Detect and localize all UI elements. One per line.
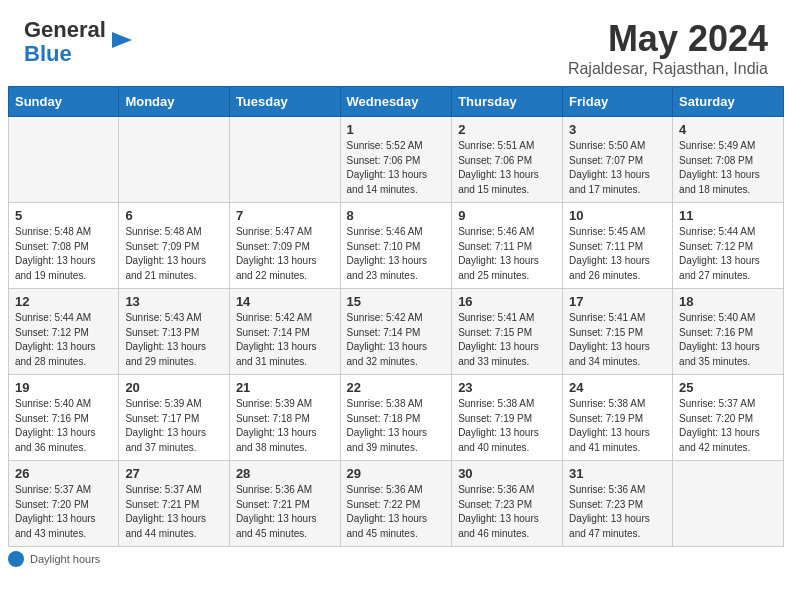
day-info: Sunrise: 5:41 AM Sunset: 7:15 PM Dayligh… [458, 311, 556, 369]
day-info: Sunrise: 5:41 AM Sunset: 7:15 PM Dayligh… [569, 311, 666, 369]
calendar-cell: 23Sunrise: 5:38 AM Sunset: 7:19 PM Dayli… [452, 375, 563, 461]
calendar-cell: 26Sunrise: 5:37 AM Sunset: 7:20 PM Dayli… [9, 461, 119, 547]
day-number: 1 [347, 122, 446, 137]
day-info: Sunrise: 5:52 AM Sunset: 7:06 PM Dayligh… [347, 139, 446, 197]
month-year-title: May 2024 [568, 18, 768, 60]
title-block: May 2024 Rajaldesar, Rajasthan, India [568, 18, 768, 78]
day-info: Sunrise: 5:40 AM Sunset: 7:16 PM Dayligh… [15, 397, 112, 455]
calendar-cell: 27Sunrise: 5:37 AM Sunset: 7:21 PM Dayli… [119, 461, 230, 547]
calendar-cell: 11Sunrise: 5:44 AM Sunset: 7:12 PM Dayli… [673, 203, 784, 289]
calendar-table: SundayMondayTuesdayWednesdayThursdayFrid… [8, 86, 784, 547]
calendar-cell: 8Sunrise: 5:46 AM Sunset: 7:10 PM Daylig… [340, 203, 452, 289]
day-number: 23 [458, 380, 556, 395]
day-info: Sunrise: 5:44 AM Sunset: 7:12 PM Dayligh… [15, 311, 112, 369]
day-info: Sunrise: 5:44 AM Sunset: 7:12 PM Dayligh… [679, 225, 777, 283]
day-info: Sunrise: 5:38 AM Sunset: 7:18 PM Dayligh… [347, 397, 446, 455]
daylight-label: Daylight hours [30, 553, 100, 565]
day-info: Sunrise: 5:43 AM Sunset: 7:13 PM Dayligh… [125, 311, 223, 369]
calendar-cell: 2Sunrise: 5:51 AM Sunset: 7:06 PM Daylig… [452, 117, 563, 203]
day-number: 31 [569, 466, 666, 481]
day-number: 21 [236, 380, 334, 395]
calendar-cell: 20Sunrise: 5:39 AM Sunset: 7:17 PM Dayli… [119, 375, 230, 461]
day-number: 24 [569, 380, 666, 395]
day-info: Sunrise: 5:45 AM Sunset: 7:11 PM Dayligh… [569, 225, 666, 283]
day-info: Sunrise: 5:42 AM Sunset: 7:14 PM Dayligh… [236, 311, 334, 369]
calendar-cell [229, 117, 340, 203]
calendar-cell: 30Sunrise: 5:36 AM Sunset: 7:23 PM Dayli… [452, 461, 563, 547]
day-info: Sunrise: 5:47 AM Sunset: 7:09 PM Dayligh… [236, 225, 334, 283]
col-header-thursday: Thursday [452, 87, 563, 117]
logo: General Blue [24, 18, 136, 66]
col-header-monday: Monday [119, 87, 230, 117]
calendar-cell [9, 117, 119, 203]
calendar-cell: 10Sunrise: 5:45 AM Sunset: 7:11 PM Dayli… [563, 203, 673, 289]
logo-arrow-icon [108, 26, 136, 54]
daylight-icon [8, 551, 24, 567]
calendar-cell [673, 461, 784, 547]
day-number: 4 [679, 122, 777, 137]
day-number: 28 [236, 466, 334, 481]
day-info: Sunrise: 5:42 AM Sunset: 7:14 PM Dayligh… [347, 311, 446, 369]
day-number: 6 [125, 208, 223, 223]
location-subtitle: Rajaldesar, Rajasthan, India [568, 60, 768, 78]
calendar-cell: 17Sunrise: 5:41 AM Sunset: 7:15 PM Dayli… [563, 289, 673, 375]
calendar-cell: 15Sunrise: 5:42 AM Sunset: 7:14 PM Dayli… [340, 289, 452, 375]
day-info: Sunrise: 5:48 AM Sunset: 7:09 PM Dayligh… [125, 225, 223, 283]
day-info: Sunrise: 5:48 AM Sunset: 7:08 PM Dayligh… [15, 225, 112, 283]
col-header-wednesday: Wednesday [340, 87, 452, 117]
day-info: Sunrise: 5:49 AM Sunset: 7:08 PM Dayligh… [679, 139, 777, 197]
day-number: 22 [347, 380, 446, 395]
day-number: 27 [125, 466, 223, 481]
day-number: 20 [125, 380, 223, 395]
day-number: 3 [569, 122, 666, 137]
col-header-sunday: Sunday [9, 87, 119, 117]
day-info: Sunrise: 5:46 AM Sunset: 7:10 PM Dayligh… [347, 225, 446, 283]
day-number: 17 [569, 294, 666, 309]
calendar-cell [119, 117, 230, 203]
calendar-cell: 22Sunrise: 5:38 AM Sunset: 7:18 PM Dayli… [340, 375, 452, 461]
day-number: 7 [236, 208, 334, 223]
day-number: 5 [15, 208, 112, 223]
calendar-cell: 18Sunrise: 5:40 AM Sunset: 7:16 PM Dayli… [673, 289, 784, 375]
svg-marker-0 [112, 32, 132, 48]
calendar-cell: 1Sunrise: 5:52 AM Sunset: 7:06 PM Daylig… [340, 117, 452, 203]
day-number: 8 [347, 208, 446, 223]
calendar-cell: 24Sunrise: 5:38 AM Sunset: 7:19 PM Dayli… [563, 375, 673, 461]
day-info: Sunrise: 5:39 AM Sunset: 7:17 PM Dayligh… [125, 397, 223, 455]
day-number: 15 [347, 294, 446, 309]
calendar-cell: 5Sunrise: 5:48 AM Sunset: 7:08 PM Daylig… [9, 203, 119, 289]
day-info: Sunrise: 5:36 AM Sunset: 7:23 PM Dayligh… [458, 483, 556, 541]
calendar-cell: 21Sunrise: 5:39 AM Sunset: 7:18 PM Dayli… [229, 375, 340, 461]
day-number: 18 [679, 294, 777, 309]
calendar-cell: 31Sunrise: 5:36 AM Sunset: 7:23 PM Dayli… [563, 461, 673, 547]
calendar-cell: 9Sunrise: 5:46 AM Sunset: 7:11 PM Daylig… [452, 203, 563, 289]
day-number: 30 [458, 466, 556, 481]
calendar-cell: 16Sunrise: 5:41 AM Sunset: 7:15 PM Dayli… [452, 289, 563, 375]
day-info: Sunrise: 5:40 AM Sunset: 7:16 PM Dayligh… [679, 311, 777, 369]
day-info: Sunrise: 5:46 AM Sunset: 7:11 PM Dayligh… [458, 225, 556, 283]
col-header-tuesday: Tuesday [229, 87, 340, 117]
calendar-cell: 28Sunrise: 5:36 AM Sunset: 7:21 PM Dayli… [229, 461, 340, 547]
day-number: 10 [569, 208, 666, 223]
calendar-cell: 25Sunrise: 5:37 AM Sunset: 7:20 PM Dayli… [673, 375, 784, 461]
page-header: General Blue May 2024 Rajaldesar, Rajast… [0, 0, 792, 86]
calendar-cell: 7Sunrise: 5:47 AM Sunset: 7:09 PM Daylig… [229, 203, 340, 289]
day-number: 14 [236, 294, 334, 309]
day-info: Sunrise: 5:50 AM Sunset: 7:07 PM Dayligh… [569, 139, 666, 197]
day-number: 2 [458, 122, 556, 137]
day-number: 25 [679, 380, 777, 395]
calendar-cell: 13Sunrise: 5:43 AM Sunset: 7:13 PM Dayli… [119, 289, 230, 375]
day-info: Sunrise: 5:38 AM Sunset: 7:19 PM Dayligh… [569, 397, 666, 455]
calendar-footer: Daylight hours [0, 547, 792, 575]
day-info: Sunrise: 5:38 AM Sunset: 7:19 PM Dayligh… [458, 397, 556, 455]
col-header-friday: Friday [563, 87, 673, 117]
day-info: Sunrise: 5:39 AM Sunset: 7:18 PM Dayligh… [236, 397, 334, 455]
day-info: Sunrise: 5:36 AM Sunset: 7:22 PM Dayligh… [347, 483, 446, 541]
calendar-cell: 6Sunrise: 5:48 AM Sunset: 7:09 PM Daylig… [119, 203, 230, 289]
day-number: 9 [458, 208, 556, 223]
calendar-cell: 12Sunrise: 5:44 AM Sunset: 7:12 PM Dayli… [9, 289, 119, 375]
day-info: Sunrise: 5:36 AM Sunset: 7:23 PM Dayligh… [569, 483, 666, 541]
day-number: 16 [458, 294, 556, 309]
day-number: 12 [15, 294, 112, 309]
day-number: 11 [679, 208, 777, 223]
